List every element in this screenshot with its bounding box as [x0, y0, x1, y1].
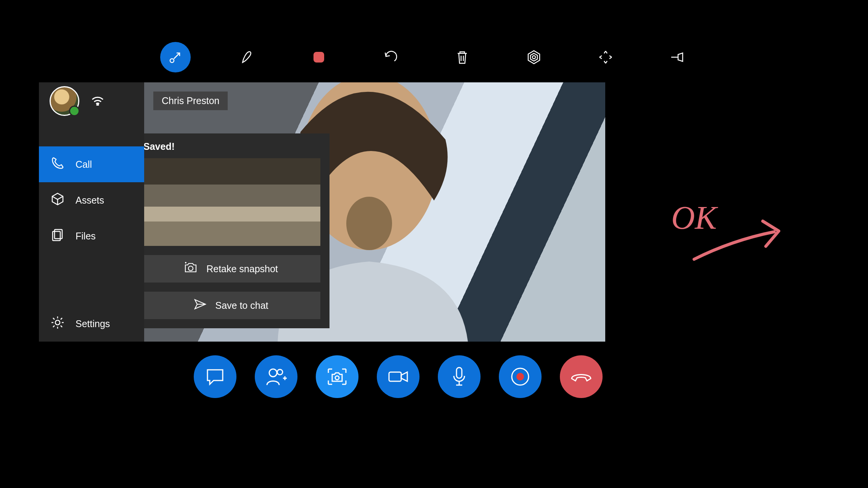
svg-rect-16 [227, 170, 240, 200]
svg-point-21 [188, 266, 193, 271]
snapshot-panel: Saved! Retake snapshot [144, 133, 330, 328]
svg-rect-20 [278, 217, 308, 236]
svg-rect-19 [235, 215, 273, 236]
svg-marker-3 [530, 53, 537, 61]
send-icon [194, 299, 206, 312]
save-to-chat-button[interactable]: Save to chat [144, 292, 320, 319]
video-icon [387, 369, 409, 384]
sidebar-item-label: Files [76, 231, 96, 242]
move-icon [598, 50, 613, 65]
ink-text: OK [671, 199, 719, 236]
svg-rect-14 [159, 177, 172, 200]
video-area: Chris Preston Saved! [144, 82, 605, 342]
gear-icon [50, 315, 65, 332]
sidebar-item-settings[interactable]: Settings [39, 306, 144, 342]
sidebar-item-label: Assets [76, 195, 104, 206]
svg-point-0 [170, 59, 174, 63]
sidebar-header [39, 82, 144, 120]
sidebar: Call Assets Files Settings [39, 82, 144, 342]
add-people-button[interactable] [255, 355, 297, 398]
svg-point-22 [269, 369, 277, 377]
retake-snapshot-button[interactable]: Retake snapshot [144, 255, 320, 283]
sidebar-item-assets[interactable]: Assets [39, 182, 144, 218]
camera-icon [184, 262, 197, 276]
svg-rect-6 [55, 230, 62, 239]
sidebar-item-label: Settings [76, 318, 110, 329]
svg-marker-2 [528, 51, 540, 64]
chat-icon [205, 368, 225, 386]
retake-snapshot-label: Retake snapshot [206, 263, 278, 274]
svg-rect-17 [265, 177, 278, 200]
stop-record-icon [312, 50, 326, 64]
minimize-button[interactable] [160, 42, 191, 72]
snapshot-button[interactable] [316, 355, 358, 398]
mic-icon [452, 366, 467, 387]
trash-icon [455, 50, 469, 65]
participant-name-tag: Chris Preston [153, 92, 228, 110]
video-toggle-button[interactable] [377, 355, 420, 398]
svg-point-24 [335, 376, 339, 380]
undo-button[interactable] [375, 42, 406, 72]
svg-point-28 [516, 373, 524, 380]
ink-annotation: OK [671, 198, 797, 267]
svg-rect-1 [313, 52, 324, 63]
add-people-icon [265, 367, 287, 387]
presence-badge [69, 106, 80, 116]
svg-point-11 [346, 197, 392, 250]
svg-point-4 [532, 56, 535, 59]
trash-button[interactable] [447, 42, 477, 72]
snapshot-icon [327, 368, 347, 386]
svg-rect-26 [457, 368, 462, 378]
pin-button[interactable] [662, 42, 693, 72]
save-to-chat-label: Save to chat [215, 300, 268, 311]
undo-icon [383, 50, 398, 65]
svg-point-5 [97, 104, 98, 106]
svg-rect-18 [172, 212, 223, 234]
svg-rect-13 [144, 193, 320, 246]
ink-button[interactable] [232, 42, 262, 72]
files-icon [50, 228, 65, 244]
pen-icon [240, 50, 255, 65]
svg-rect-12 [144, 158, 320, 193]
snapshot-status: Saved! [144, 141, 320, 152]
record-icon [510, 367, 530, 387]
package-icon [50, 192, 65, 209]
phone-icon [50, 156, 65, 173]
snapshot-thumbnail [144, 158, 320, 246]
mic-toggle-button[interactable] [438, 355, 481, 398]
chat-button[interactable] [194, 355, 236, 398]
svg-rect-7 [53, 231, 60, 241]
call-control-bar [194, 355, 603, 398]
hangup-icon [570, 371, 592, 382]
minimize-icon [168, 50, 183, 64]
avatar[interactable] [50, 86, 79, 116]
participant-name: Chris Preston [162, 95, 219, 106]
annotation-toolbar [160, 42, 693, 72]
svg-point-8 [55, 320, 60, 325]
hangup-button[interactable] [560, 355, 603, 398]
stop-record-button[interactable] [304, 42, 334, 72]
app-window: Call Assets Files Settings [39, 82, 605, 342]
wifi-icon [91, 94, 104, 108]
move-button[interactable] [590, 42, 621, 72]
svg-rect-15 [189, 173, 201, 200]
hololens-icon [526, 49, 542, 65]
svg-point-23 [277, 369, 283, 375]
record-button[interactable] [499, 355, 542, 398]
sidebar-item-call[interactable]: Call [39, 146, 144, 182]
svg-rect-25 [389, 372, 401, 381]
pin-icon [670, 51, 685, 63]
sidebar-item-label: Call [76, 159, 92, 170]
sidebar-item-files[interactable]: Files [39, 218, 144, 254]
hololens-button[interactable] [519, 42, 549, 72]
